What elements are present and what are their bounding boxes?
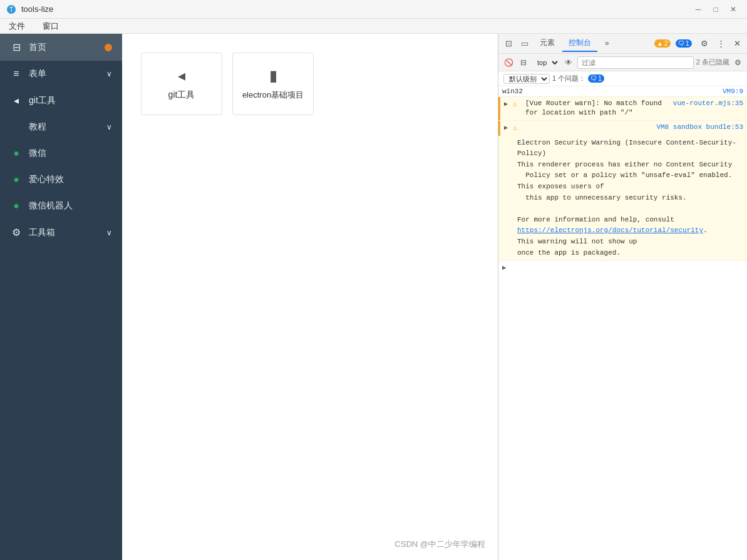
warning-icon: ▲ bbox=[657, 40, 663, 47]
devtools-second-toolbar: 🚫 ⊟ top 👁 2 条已隐藏 ⚙ bbox=[498, 54, 747, 71]
toolbox-arrow-icon: ∨ bbox=[106, 228, 112, 237]
sidebar-item-toolbox[interactable]: ⚙ 工具箱 ∨ bbox=[0, 219, 122, 246]
security-line-3: Policy set or a policy with "unsafe-eval… bbox=[517, 170, 743, 181]
log-level-select[interactable]: 默认级别 bbox=[503, 74, 550, 84]
menu-bar: 文件 窗口 bbox=[0, 19, 747, 34]
filter-icon[interactable]: ⊟ bbox=[517, 56, 530, 69]
card-git-tool-label: git工具 bbox=[168, 89, 195, 101]
sidebar-item-love[interactable]: ● 爱心特效 bbox=[0, 166, 122, 193]
main-container: ⊟ 首页 ≡ 表单 ∨ ◂ git工具 教程 ∨ ● 微信 ● 爱心特效 ● bbox=[0, 34, 747, 560]
wechat-robot-icon: ● bbox=[10, 200, 23, 211]
devtools-tab-console[interactable]: 控制台 bbox=[562, 35, 597, 52]
issue-label: 1 个问题： bbox=[552, 74, 585, 83]
devtools-third-toolbar: 默认级别 1 个问题： 🗨 1 bbox=[498, 71, 747, 86]
card-electron-base[interactable]: ▮ electron基础项目 bbox=[232, 53, 314, 115]
devtools-settings-icon[interactable]: ⚙ bbox=[697, 36, 712, 51]
electron-security-warning-icon: ⚠ bbox=[513, 123, 523, 134]
context-selector[interactable]: top bbox=[532, 58, 560, 68]
sidebar-item-home-label: 首页 bbox=[29, 42, 46, 53]
wechat-icon: ● bbox=[10, 148, 23, 159]
sidebar-item-git[interactable]: ◂ git工具 bbox=[0, 87, 122, 114]
sidebar-item-git-label: git工具 bbox=[29, 95, 56, 106]
tutorial-arrow-icon: ∨ bbox=[106, 123, 112, 131]
sidebar-item-form-label: 表单 bbox=[29, 68, 46, 79]
electron-base-card-icon: ▮ bbox=[269, 67, 277, 84]
devtools-device-icon[interactable]: ▭ bbox=[517, 36, 532, 51]
menu-window[interactable]: 窗口 bbox=[39, 19, 63, 33]
security-line-6: For more information and help, consult bbox=[517, 215, 743, 226]
security-line-1: Electron Security Warning (Insecure Cont… bbox=[517, 138, 743, 160]
devtools-tab-more[interactable]: » bbox=[599, 36, 616, 51]
issue-badge: 🗨 1 bbox=[588, 74, 604, 83]
console-caret: ▶ bbox=[498, 261, 747, 274]
issue-icon: 🗨 bbox=[590, 75, 597, 82]
console-messages: win32 VM9:9 ▶ ⚠ [Vue Router warn]: No ma… bbox=[498, 86, 747, 560]
menu-file[interactable]: 文件 bbox=[5, 19, 29, 33]
content-area: ◂ git工具 ▮ electron基础项目 CSDN @中二少年学编程 bbox=[122, 34, 498, 560]
security-line-7: https://electronjs.org/docs/tutorial/sec… bbox=[517, 225, 743, 237]
issue-count: 1 bbox=[598, 75, 602, 82]
vue-router-source[interactable]: vue-router.mjs:35 bbox=[673, 99, 743, 108]
sidebar-item-love-label: 爱心特效 bbox=[29, 174, 64, 185]
hidden-count: 2 条已隐藏 bbox=[696, 58, 729, 67]
security-link[interactable]: https://electronjs.org/docs/tutorial/sec… bbox=[517, 227, 703, 234]
info-count: 1 bbox=[686, 40, 689, 47]
win32-header: win32 VM9:9 bbox=[498, 86, 747, 97]
security-line-8: This warning will not show up bbox=[517, 237, 743, 248]
sidebar-item-wechat-robot[interactable]: ● 微信机器人 bbox=[0, 193, 122, 219]
watermark: CSDN @中二少年学编程 bbox=[394, 539, 485, 550]
vue-router-warning-group: ▶ ⚠ [Vue Router warn]: No match found fo… bbox=[498, 97, 747, 121]
devtools-panel: ⊡ ▭ 元素 控制台 » ▲ 2 🗨 1 ⚙ ⋮ ✕ 🚫 ⊟ bbox=[498, 34, 747, 560]
security-line-9: once the app is packaged. bbox=[517, 248, 743, 259]
sidebar-item-tutorial-label: 教程 bbox=[29, 121, 46, 133]
vue-router-warning-msg: ▶ ⚠ [Vue Router warn]: No match found fo… bbox=[498, 97, 747, 120]
sidebar-item-wechat-robot-label: 微信机器人 bbox=[29, 200, 73, 211]
love-icon: ● bbox=[10, 174, 23, 185]
security-line-5: this app to unnecessary security risks. bbox=[517, 193, 743, 204]
warning-count: 2 bbox=[664, 40, 668, 47]
form-icon: ≡ bbox=[10, 68, 23, 79]
eye-icon[interactable]: 👁 bbox=[562, 56, 575, 69]
console-filter-input[interactable] bbox=[577, 56, 694, 69]
vue-router-warning-text: [Vue Router warn]: No match found for lo… bbox=[525, 99, 668, 118]
form-arrow-icon: ∨ bbox=[106, 69, 112, 78]
card-git-tool[interactable]: ◂ git工具 bbox=[141, 53, 222, 115]
svg-text:T: T bbox=[9, 6, 13, 13]
warning-badge: ▲ 2 bbox=[654, 39, 670, 48]
minimize-button[interactable]: ─ bbox=[691, 3, 706, 16]
sidebar-item-form[interactable]: ≡ 表单 ∨ bbox=[0, 61, 122, 87]
sidebar-item-wechat-label: 微信 bbox=[29, 148, 46, 159]
electron-security-source[interactable]: VM8 sandbox bundle:53 bbox=[656, 123, 743, 132]
git-tool-card-icon: ◂ bbox=[178, 67, 185, 84]
card-electron-base-label: electron基础项目 bbox=[242, 89, 304, 101]
vue-router-expand-arrow[interactable]: ▶ bbox=[504, 100, 513, 109]
security-line-4: This exposes users of bbox=[517, 181, 743, 193]
electron-security-expand-arrow[interactable]: ▶ bbox=[504, 124, 513, 133]
orange-dot bbox=[105, 44, 112, 51]
title-bar: T tools-lize ─ □ ✕ bbox=[0, 0, 747, 19]
devtools-tab-elements[interactable]: 元素 bbox=[533, 35, 561, 52]
devtools-close-icon[interactable]: ✕ bbox=[729, 36, 744, 51]
electron-security-warning-group: ▶ ⚠ VM8 sandbox bundle:53 Electron Secur… bbox=[498, 121, 747, 261]
sidebar-item-tutorial[interactable]: 教程 ∨ bbox=[0, 114, 122, 140]
clear-console-icon[interactable]: 🚫 bbox=[502, 56, 515, 69]
maximize-button[interactable]: □ bbox=[708, 3, 723, 16]
cards-container: ◂ git工具 ▮ electron基础项目 bbox=[122, 34, 498, 134]
toolbox-icon: ⚙ bbox=[10, 227, 23, 238]
win32-source[interactable]: VM9:9 bbox=[723, 88, 743, 95]
devtools-inspect-icon[interactable]: ⊡ bbox=[501, 36, 516, 51]
git-icon: ◂ bbox=[10, 94, 23, 106]
info-badge: 🗨 1 bbox=[676, 39, 692, 48]
sidebar-item-home[interactable]: ⊟ 首页 bbox=[0, 34, 122, 61]
home-icon: ⊟ bbox=[10, 41, 23, 53]
close-button[interactable]: ✕ bbox=[726, 3, 741, 16]
caret-icon: ▶ bbox=[502, 264, 507, 272]
devtools-more-icon[interactable]: ⋮ bbox=[713, 36, 728, 51]
vue-router-warning-icon: ⚠ bbox=[513, 99, 523, 110]
filter-settings-icon[interactable]: ⚙ bbox=[732, 57, 743, 68]
sidebar-item-wechat[interactable]: ● 微信 bbox=[0, 140, 122, 166]
electron-security-expanded-body: Electron Security Warning (Insecure Cont… bbox=[498, 136, 747, 261]
security-line-2: This renderer process has either no Cont… bbox=[517, 160, 743, 171]
sidebar-item-toolbox-label: 工具箱 bbox=[29, 227, 55, 238]
window-title: tools-lize bbox=[21, 4, 53, 14]
